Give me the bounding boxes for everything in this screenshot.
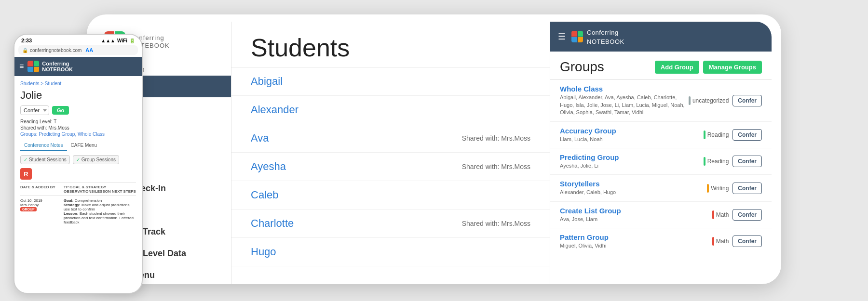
- row1-col1: Oct 10, 2019 Mrs.Penny GROUP: [20, 198, 64, 225]
- aa-label[interactable]: AA: [85, 47, 93, 53]
- group-badge: GROUP: [20, 207, 37, 211]
- group-right: WritingConfer: [707, 183, 762, 194]
- student-name: Abigail: [251, 75, 283, 88]
- group-tag: Math: [712, 210, 729, 219]
- tag-label: Math: [716, 238, 729, 245]
- group-info: Create List GroupAva, Jose, Liam: [560, 207, 712, 223]
- student-sessions-button[interactable]: ✓ Student Sessions: [20, 155, 70, 164]
- group-tag: Writing: [707, 184, 729, 193]
- groups-panel: ☰ Conferring NOTEBOOK Groups Add Group M…: [550, 22, 772, 284]
- student-name: Hugo: [251, 246, 276, 258]
- r-badge: R: [20, 168, 32, 180]
- group-row: Predicting GroupAyesha, Jolie, LiReading…: [550, 148, 772, 175]
- check-icon: ✓: [24, 157, 27, 162]
- manage-groups-button[interactable]: Manage Groups: [703, 61, 762, 74]
- scene: 2:33 ▲▲▲ WiFi 🔋 🔒 conferringnotebook.com…: [0, 0, 868, 301]
- phone-confer-row: Confer Go: [20, 105, 136, 115]
- group-sessions-button[interactable]: ✓ Group Sessions: [73, 155, 119, 164]
- phone-mockup: 2:33 ▲▲▲ WiFi 🔋 🔒 conferringnotebook.com…: [14, 34, 143, 294]
- group-row: Pattern GroupMiguel, Olivia, VidhiMathCo…: [550, 228, 772, 255]
- group-tag: Reading: [704, 157, 729, 166]
- phone-time: 2:33: [21, 38, 32, 43]
- phone-go-button[interactable]: Go: [52, 106, 69, 115]
- group-confer-button[interactable]: Confer: [732, 209, 762, 221]
- group-info: Whole ClassAbigail, Alexander, Ava, Ayes…: [560, 85, 689, 116]
- group-right: MathConfer: [712, 236, 762, 247]
- group-name[interactable]: Storytellers: [560, 180, 707, 188]
- student-row[interactable]: AyeshaShared with: Mrs.Moss: [231, 153, 550, 181]
- phone-breadcrumb[interactable]: Students > Student: [20, 81, 136, 86]
- student-row[interactable]: AvaShared with: Mrs.Moss: [231, 124, 550, 153]
- students-list: AbigailAlexanderAvaShared with: Mrs.Moss…: [231, 67, 550, 284]
- tag-label: Reading: [707, 131, 729, 138]
- url-text: conferringnotebook.com: [30, 48, 81, 53]
- check-icon-2: ✓: [76, 157, 80, 162]
- tag-label: Reading: [707, 158, 729, 165]
- student-row[interactable]: Abigail: [231, 67, 550, 96]
- group-confer-button[interactable]: Confer: [732, 156, 762, 167]
- tab-conference-notes[interactable]: Conference Notes: [20, 141, 67, 151]
- student-row[interactable]: CharlotteShared with: Mrs.Moss: [231, 209, 550, 238]
- students-title: Students: [231, 22, 550, 67]
- student-row[interactable]: Caleb: [231, 181, 550, 209]
- phone-reading-level: Reading Level: T: [20, 119, 136, 124]
- group-name[interactable]: Predicting Group: [560, 153, 704, 161]
- phone-status-bar: 2:33 ▲▲▲ WiFi 🔋: [14, 35, 142, 45]
- wifi-icon: WiFi: [117, 38, 127, 43]
- student-shared: Shared with: Mrs.Moss: [462, 163, 530, 170]
- tag-dot-math: [712, 210, 714, 219]
- lock-icon: 🔒: [22, 48, 28, 53]
- group-name[interactable]: Create List Group: [560, 207, 712, 215]
- groups-title-row: Groups Add Group Manage Groups: [550, 52, 772, 80]
- tag-dot-reading: [704, 131, 705, 139]
- phone-url-bar[interactable]: 🔒 conferringnotebook.com AA: [18, 45, 138, 55]
- phone-groups-link[interactable]: Groups: Predicting Group, Whole Class: [20, 131, 136, 137]
- student-name: Caleb: [251, 189, 278, 201]
- student-name: Ayesha: [251, 160, 286, 173]
- student-name: Ava: [251, 132, 269, 144]
- phone-confer-select[interactable]: Confer: [20, 105, 49, 115]
- phone-logo-icon: [27, 61, 39, 72]
- tag-label: uncategorized: [692, 97, 729, 104]
- group-info: Pattern GroupMiguel, Olivia, Vidhi: [560, 233, 712, 249]
- groups-hamburger-icon[interactable]: ☰: [558, 31, 566, 42]
- group-confer-button[interactable]: Confer: [732, 236, 762, 247]
- tag-label: Math: [716, 211, 729, 218]
- phone-session-buttons: ✓ Student Sessions ✓ Group Sessions: [20, 155, 136, 164]
- tag-dot-math: [712, 237, 714, 246]
- tag-dot-reading: [704, 157, 705, 166]
- group-confer-button[interactable]: Confer: [732, 95, 762, 106]
- group-members: Ava, Jose, Liam: [560, 216, 712, 223]
- phone-table-row: Oct 10, 2019 Mrs.Penny GROUP Goal: Compr…: [20, 198, 136, 225]
- group-name[interactable]: Pattern Group: [560, 233, 712, 241]
- groups-panel-header: ☰ Conferring NOTEBOOK: [550, 22, 772, 52]
- group-name[interactable]: Accuracy Group: [560, 127, 704, 135]
- group-row: Whole ClassAbigail, Alexander, Ava, Ayes…: [550, 80, 772, 121]
- groups-logo-icon: [571, 31, 583, 42]
- tag-dot-writing: [707, 184, 709, 193]
- group-right: ReadingConfer: [704, 156, 762, 167]
- group-row: Accuracy GroupLiam, Lucia, NoahReadingCo…: [550, 122, 772, 148]
- desktop-app: Conferring NOTEBOOK CLASSROOM Students G…: [96, 22, 772, 284]
- group-confer-button[interactable]: Confer: [732, 183, 762, 194]
- student-row[interactable]: Alexander: [231, 96, 550, 124]
- col2-header: TP GOAL & STRATEGY OBSERVATIONS/LESSON N…: [64, 184, 136, 194]
- group-confer-button[interactable]: Confer: [732, 129, 762, 141]
- groups-panel-logo: Conferring NOTEBOOK: [571, 27, 624, 46]
- phone-logo-text: Conferring NOTEBOOK: [42, 61, 73, 72]
- student-shared: Shared with: Mrs.Moss: [462, 134, 530, 142]
- phone-shared-with: Shared with: Mrs.Moss: [20, 125, 136, 131]
- hamburger-icon[interactable]: ≡: [19, 62, 24, 71]
- phone-nav-bar: ≡ Conferring NOTEBOOK: [14, 57, 142, 76]
- add-group-button[interactable]: Add Group: [655, 61, 699, 74]
- phone-table-header: DATE & ADDED BY TP GOAL & STRATEGY OBSER…: [20, 183, 136, 196]
- phone-tabs: Conference Notes CAFE Menu: [20, 141, 136, 151]
- group-name[interactable]: Whole Class: [560, 85, 689, 93]
- student-shared: Shared with: Mrs.Moss: [462, 220, 530, 227]
- tag-label: Writing: [711, 185, 729, 192]
- group-row: Create List GroupAva, Jose, LiamMathConf…: [550, 202, 772, 228]
- phone-status-icons: ▲▲▲ WiFi 🔋: [101, 38, 135, 43]
- student-row[interactable]: Hugo: [231, 238, 550, 266]
- tab-cafe-menu[interactable]: CAFE Menu: [67, 141, 101, 151]
- groups-title: Groups: [560, 59, 604, 75]
